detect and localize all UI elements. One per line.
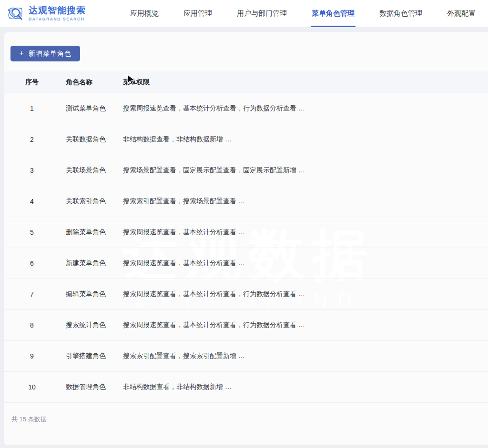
nav-tab-3[interactable]: 菜单角色管理 [299,0,367,27]
table-row[interactable]: 6新建菜单角色搜索周报速览查看，基本统计分析查看 … [4,248,488,279]
column-header-perms: 菜单权限 [123,78,488,87]
nav-tab-1[interactable]: 应用管理 [171,0,224,27]
cell-name: 引擎搭建角色 [66,352,123,360]
cell-perms: 搜索索引配置查看，搜索场景配置查看 … [123,197,488,206]
table-header-row: 序号 角色名称 菜单权限 [4,71,488,93]
nav-tab-4[interactable]: 数据角色管理 [367,0,435,27]
nav-tab-5[interactable]: 外观配置 [435,0,488,27]
table-footer: 共 15 条数据 [4,403,488,424]
cell-no: 2 [23,136,41,143]
cell-perms: 搜索周报速览查看，基本统计分析查看 … [123,228,488,237]
cell-no: 3 [23,167,41,174]
cell-no: 9 [23,352,41,360]
cell-name: 关联场景角色 [66,166,123,175]
cell-no: 5 [23,229,41,236]
table-row[interactable]: 2关联数据角色非结构数据查看，非结构数据新增 … [4,124,488,155]
table-row[interactable]: 8搜索统计角色搜索周报速览查看，基本统计分析查看，行为数据分析查看 … [4,310,488,341]
add-menu-role-label: 新增菜单角色 [29,50,71,58]
column-header-name: 角色名称 [66,78,123,87]
top-nav: 应用概览应用管理用户与部门管理菜单角色管理数据角色管理外观配置 [118,0,488,27]
cell-name: 数据管理角色 [66,383,123,391]
table-row[interactable]: 5删除菜单角色搜索周报速览查看，基本统计分析查看 … [4,217,488,248]
column-header-no: 序号 [23,78,41,87]
cell-name: 关联索引角色 [66,197,123,206]
cell-name: 搜索统计角色 [66,321,123,329]
cell-no: 6 [23,259,41,267]
add-menu-role-button[interactable]: + 新增菜单角色 [10,46,80,61]
plus-icon: + [19,49,24,58]
table-body: 1测试菜单角色搜索周报速览查看，基本统计分析查看，行为数据分析查看 …2关联数据… [4,93,488,403]
cell-no: 4 [23,198,41,205]
cell-name: 编辑菜单角色 [66,290,123,299]
app-header: 达观智能搜索 DATAGRAND SEARCH 应用概览应用管理用户与部门管理菜… [0,0,488,27]
cell-name: 关联数据角色 [66,135,123,144]
cell-perms: 搜索周报速览查看，基本统计分析查看 … [123,259,488,268]
table-row[interactable]: 9引擎搭建角色搜索索引配置查看，搜索索引配置新增 … [4,341,488,372]
cell-perms: 搜索周报速览查看，基本统计分析查看，行为数据分析查看 … [123,321,488,329]
cell-perms: 搜索场景配置查看，固定展示配置查看，固定展示配置新增 … [123,166,488,175]
cell-perms: 搜索索引配置查看，搜索索引配置新增 … [123,352,488,360]
nav-tab-2[interactable]: 用户与部门管理 [224,0,299,27]
cell-no: 1 [23,105,41,112]
cell-name: 新建菜单角色 [66,259,123,268]
total-count-text: 共 15 条数据 [11,416,47,423]
cell-name: 删除菜单角色 [66,228,123,237]
table-row[interactable]: 4关联索引角色搜索索引配置查看，搜索场景配置查看 … [4,186,488,217]
cell-name: 测试菜单角色 [66,104,123,113]
menu-role-table: 序号 角色名称 菜单权限 1测试菜单角色搜索周报速览查看，基本统计分析查看，行为… [4,71,488,424]
datagrand-logo-icon [7,4,25,23]
cell-no: 8 [23,321,41,329]
brand-logo-group: 达观智能搜索 DATAGRAND SEARCH [7,4,100,23]
content-card: + 新增菜单角色 达观数据 DATA GRAND 序号 角色名称 菜单权限 1测… [4,32,488,445]
table-row[interactable]: 3关联场景角色搜索场景配置查看，固定展示配置查看，固定展示配置新增 … [4,155,488,186]
table-row[interactable]: 10数据管理角色非结构数据查看，非结构数据新增 … [4,372,488,403]
cell-no: 10 [23,383,41,391]
cell-perms: 搜索周报速览查看，基本统计分析查看，行为数据分析查看 … [123,290,488,299]
cell-perms: 非结构数据查看，非结构数据新增 … [123,383,488,391]
table-row[interactable]: 7编辑菜单角色搜索周报速览查看，基本统计分析查看，行为数据分析查看 … [4,279,488,310]
cell-no: 7 [23,290,41,298]
table-row[interactable]: 1测试菜单角色搜索周报速览查看，基本统计分析查看，行为数据分析查看 … [4,93,488,124]
brand-subtitle: DATAGRAND SEARCH [29,17,86,21]
brand-title: 达观智能搜索 [29,6,86,16]
nav-tab-0[interactable]: 应用概览 [118,0,171,27]
cell-perms: 非结构数据查看，非结构数据新增 … [123,135,488,144]
cell-perms: 搜索周报速览查看，基本统计分析查看，行为数据分析查看 … [123,104,488,113]
